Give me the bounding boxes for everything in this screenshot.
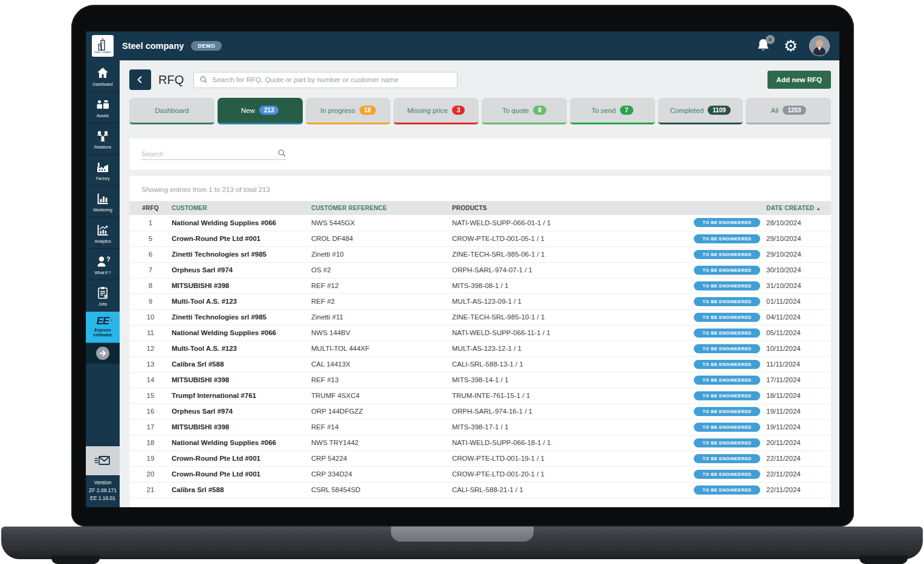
table-row[interactable]: 21 Calibra Srl #588 CSRL 58454SD CALI-SR… — [129, 482, 831, 498]
rfq-number: 9 — [129, 293, 172, 309]
table-header: #RFQ CUSTOMER CUSTOMER REFERENCE PRODUCT… — [129, 201, 831, 215]
rfq-number: 5 — [129, 231, 172, 246]
customer-reference: NWS TRY1442 — [311, 435, 452, 450]
tab[interactable]: All 1203 — [746, 98, 831, 124]
column-header-customer[interactable]: CUSTOMER — [172, 201, 311, 215]
product-code: MULT-AS-123-09-1 / 1 — [452, 293, 688, 309]
table-filter-search[interactable] — [141, 149, 286, 160]
sidebar-item-what-if[interactable]: ? What if ? — [86, 249, 120, 280]
customer-reference: CRP 334D24 — [311, 466, 452, 482]
table-row[interactable]: 13 Calibra Srl #588 CAL 14413X CALI-SRL-… — [129, 356, 831, 372]
table-row[interactable]: 20 Crown-Round Pte Ltd #001 CRP 334D24 C… — [129, 466, 831, 482]
sidebar-collapse-button[interactable] — [86, 343, 120, 364]
date-created: 31/10/2024 — [766, 278, 831, 293]
entries-summary: Showing entries from 1 to 213 of total 2… — [129, 176, 831, 201]
tab[interactable]: To send 7 — [570, 98, 655, 124]
tab-label: Dashboard — [155, 107, 189, 114]
user-avatar[interactable] — [809, 36, 830, 56]
tab[interactable]: Dashboard — [129, 98, 215, 124]
add-new-rfq-button[interactable]: Add new RFQ — [767, 71, 831, 89]
column-header-date[interactable]: DATE CREATED ▲ — [766, 201, 831, 215]
settings-button[interactable]: ⚙ — [784, 38, 798, 54]
arrow-right-circle-icon — [95, 345, 111, 361]
sidebar-item-dashboard[interactable]: Dashboard — [86, 60, 120, 92]
sidebar-item-monitoring[interactable]: Monitoring — [86, 186, 120, 217]
table-row[interactable]: 11 National Welding Supplies #066 NWS 14… — [129, 325, 831, 341]
table-row[interactable]: 14 MITSUBISHI #398 REF #13 MITS-398-14-1… — [129, 372, 831, 388]
notifications-button[interactable]: 0 — [755, 37, 772, 54]
rfq-number: 6 — [129, 246, 172, 262]
sidebar-item-analytics[interactable]: Analytics — [86, 217, 120, 249]
table-row[interactable]: 7 Orpheus Sarl #974 OS #2 ORPH-SARL-974-… — [129, 262, 831, 278]
table-row[interactable]: 8 MITSUBISHI #398 REF #12 MITS-398-08-1 … — [129, 278, 831, 293]
tab-count-badge: 3 — [452, 106, 465, 115]
tab[interactable]: New 213 — [218, 98, 303, 124]
customer-name: National Welding Supplies #066 — [172, 435, 311, 450]
table-filter-input[interactable] — [141, 150, 277, 158]
customer-reference: Zinetti #11 — [311, 309, 452, 325]
rfq-number: 7 — [129, 262, 172, 278]
sidebar-item-label: Expressestimator — [93, 328, 112, 338]
table-row[interactable]: 10 Zinetti Technologies srl #985 Zinetti… — [129, 309, 831, 325]
version-zf: ZF 2.08.171 — [87, 487, 118, 495]
company-logo[interactable]: STEEL COMPANY — [92, 35, 114, 57]
rfq-number: 16 — [129, 403, 172, 419]
tab-label: All — [771, 107, 779, 114]
date-created: 18/11/2024 — [766, 388, 831, 403]
status-badge: TO BE ENGINEERED — [694, 218, 760, 227]
sidebar-item-express-estimator[interactable]: EE® Expressestimator — [86, 312, 120, 343]
global-search-input[interactable] — [212, 76, 451, 83]
table-row[interactable]: 15 Trumpf International #761 TRUMF 4SXC4… — [129, 388, 831, 403]
avatar-photo — [810, 36, 829, 56]
send-feedback-button[interactable] — [86, 446, 120, 475]
date-created: 17/11/2024 — [766, 372, 831, 388]
column-header-rfq[interactable]: #RFQ — [129, 201, 172, 215]
sidebar-item-jobs[interactable]: Jobs — [86, 280, 120, 312]
tab-label: To send — [592, 107, 616, 114]
demo-badge: DEMO — [191, 41, 222, 51]
laptop-foot — [859, 556, 908, 564]
version-ee: EE 1.16.01 — [87, 495, 118, 502]
filter-panel — [129, 138, 831, 170]
sort-ascending-icon: ▲ — [816, 206, 821, 211]
customer-name: Orpheus Sarl #974 — [172, 403, 311, 419]
sidebar-item-relations[interactable]: Relations — [86, 123, 120, 155]
status-badge: TO BE ENGINEERED — [694, 407, 760, 416]
table-row[interactable]: 5 Crown-Round Pte Ltd #001 CROL DF484 CR… — [129, 231, 831, 246]
back-button[interactable] — [129, 69, 151, 90]
customer-reference: NWS 144BV — [311, 325, 452, 341]
rfq-status-tabs: Dashboard New 213 In progress 18 Missing — [129, 98, 831, 124]
tab[interactable]: In progress 18 — [306, 98, 391, 124]
tab[interactable]: Completed 1109 — [658, 98, 743, 124]
table-row[interactable]: 17 MITSUBISHI #398 REF #14 MITS-398-17-1… — [129, 419, 831, 435]
notification-count-badge: 0 — [766, 35, 775, 44]
trend-chart-icon — [95, 223, 110, 237]
table-row[interactable]: 16 Orpheus Sarl #974 ORP 144DFGZZ ORPH-S… — [129, 403, 831, 419]
customer-reference: TRUMF 4SXC4 — [311, 388, 452, 403]
sidebar-item-assets[interactable]: Assets — [86, 92, 120, 123]
table-row[interactable]: 6 Zinetti Technologies srl #985 Zinetti … — [129, 246, 831, 262]
clipboard-gear-icon — [95, 286, 110, 300]
column-header-products[interactable]: PRODUCTS — [452, 201, 688, 215]
table-row[interactable]: 9 Multi-Tool A.S. #123 REF #2 MULT-AS-12… — [129, 293, 831, 309]
status-badge: TO BE ENGINEERED — [694, 250, 760, 259]
svg-text:STEEL COMPANY: STEEL COMPANY — [94, 51, 112, 54]
rfq-number: 15 — [129, 388, 172, 403]
tab-label: To quote — [502, 107, 529, 114]
status-badge: TO BE ENGINEERED — [694, 438, 760, 447]
app-viewport: STEEL COMPANY Steel company DEMO 0 — [86, 31, 839, 507]
sidebar-item-factory[interactable]: Factory — [86, 155, 120, 186]
table-row[interactable]: 19 Crown-Round Pte Ltd #001 CRP 54224 CR… — [129, 450, 831, 466]
customer-reference: REF #12 — [311, 278, 452, 293]
table-row[interactable]: 12 Multi-Tool A.S. #123 MULTI-TOL 444XF … — [129, 341, 831, 356]
tab[interactable]: Missing price 3 — [393, 98, 479, 124]
global-search[interactable] — [193, 72, 457, 88]
column-header-reference[interactable]: CUSTOMER REFERENCE — [311, 201, 452, 215]
laptop-screen-bezel: STEEL COMPANY Steel company DEMO 0 — [71, 5, 854, 527]
table-row[interactable]: 1 National Welding Supplies #066 NWS 544… — [129, 215, 831, 231]
sidebar-item-label: Analytics — [94, 239, 111, 243]
table-row[interactable]: 18 National Welding Supplies #066 NWS TR… — [129, 435, 831, 450]
status-badge: TO BE ENGINEERED — [694, 344, 760, 353]
tab[interactable]: To quote 8 — [482, 98, 567, 124]
tab-label: New — [241, 107, 255, 114]
